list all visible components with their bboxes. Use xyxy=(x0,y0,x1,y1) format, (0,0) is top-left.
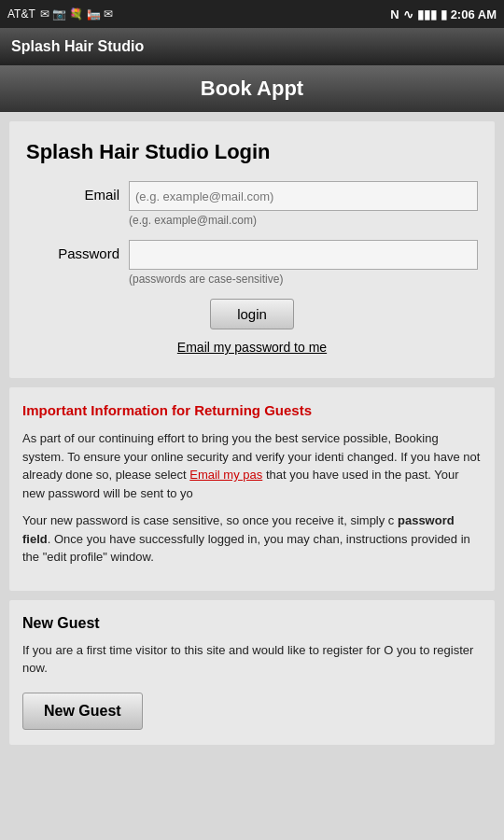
wifi-icon: ∿ xyxy=(403,7,413,21)
login-btn-row: login xyxy=(26,299,478,329)
page-header: Book Appt xyxy=(0,65,504,112)
status-right: N ∿ ▮▮▮ ▮ 2:06 AM xyxy=(390,7,497,21)
info-bold-text: password field xyxy=(22,513,455,546)
password-field-wrap: (passwords are case-sensitive) xyxy=(129,240,478,286)
new-guest-button[interactable]: New Guest xyxy=(22,693,143,730)
info-section: Important Information for Returning Gues… xyxy=(9,387,495,591)
status-icons: ✉ 📷 💐 🏣 ✉ xyxy=(40,7,113,21)
signal-icon: ▮▮▮ xyxy=(417,7,437,21)
carrier-label: AT&T xyxy=(7,7,35,21)
new-guest-text: If you are a first time visitor to this … xyxy=(22,641,482,678)
login-section: Splash Hair Studio Login Email (e.g. exa… xyxy=(9,121,495,378)
info-title: Important Information for Returning Gues… xyxy=(22,402,482,418)
nfc-icon: N xyxy=(390,7,399,21)
password-row: Password (passwords are case-sensitive) xyxy=(26,240,478,286)
battery-icon: ▮ xyxy=(441,7,447,21)
status-bar: AT&T ✉ 📷 💐 🏣 ✉ N ∿ ▮▮▮ ▮ 2:06 AM xyxy=(0,0,504,28)
main-content: Splash Hair Studio Login Email (e.g. exa… xyxy=(0,112,504,840)
info-email-link[interactable]: Email my pas xyxy=(189,468,262,482)
password-input[interactable] xyxy=(129,240,478,270)
login-heading: Splash Hair Studio Login xyxy=(26,140,478,164)
password-label: Password xyxy=(26,240,129,261)
email-label: Email xyxy=(26,181,129,203)
new-guest-title: New Guest xyxy=(22,615,482,632)
time-label: 2:06 AM xyxy=(451,7,497,21)
password-hint: (passwords are case-sensitive) xyxy=(129,273,478,286)
email-password-link-row: Email my password to me xyxy=(26,339,478,356)
app-title-bar: Splash Hair Studio xyxy=(0,28,504,65)
info-paragraph-2: Your new password is case sensitive, so … xyxy=(22,511,482,567)
email-field-wrap: (e.g. example@mail.com) xyxy=(129,181,478,227)
page-title: Book Appt xyxy=(201,77,303,101)
login-button[interactable]: login xyxy=(210,299,294,329)
app-title: Splash Hair Studio xyxy=(11,38,144,55)
email-password-link[interactable]: Email my password to me xyxy=(177,340,327,355)
email-input[interactable] xyxy=(129,181,478,211)
info-paragraph-1: As part of our continuing effort to brin… xyxy=(22,429,482,502)
status-left: AT&T ✉ 📷 💐 🏣 ✉ xyxy=(7,7,113,21)
new-guest-section: New Guest If you are a first time visito… xyxy=(9,600,495,745)
email-hint: (e.g. example@mail.com) xyxy=(129,214,478,227)
email-row: Email (e.g. example@mail.com) xyxy=(26,181,478,227)
